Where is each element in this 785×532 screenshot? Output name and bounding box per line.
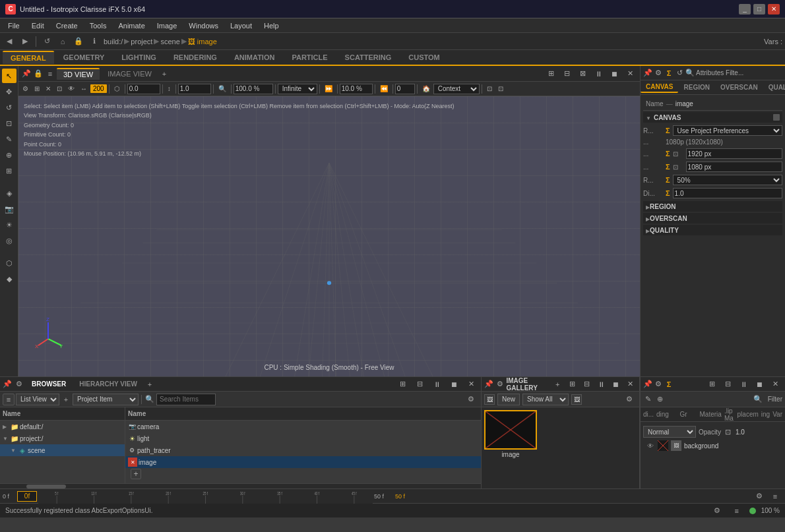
item-path-tracer[interactable]: ⚙ path_tracer [125, 444, 481, 456]
context-select[interactable]: Context [433, 84, 480, 94]
filter-type-dropdown[interactable]: Project Item [73, 394, 139, 405]
vc-snap[interactable]: ✕ [43, 84, 53, 93]
menu-image[interactable]: Image [152, 20, 183, 31]
rpb-edit[interactable]: ✎ [643, 395, 652, 404]
status-settings[interactable]: ⚙ [710, 504, 724, 518]
vc-grid[interactable]: ⊞ [32, 84, 42, 93]
tab-scattering[interactable]: SCATTERING [337, 51, 400, 63]
nav-back[interactable]: ◀ [3, 36, 16, 47]
panel-menu[interactable]: ≡ [45, 69, 55, 79]
vc-settings[interactable]: ⚙ [20, 84, 31, 93]
region-section[interactable]: REGION [643, 201, 782, 212]
scale-tool[interactable]: ⊡ [2, 116, 16, 131]
step-input[interactable] [340, 84, 373, 94]
view-pause[interactable]: ⏸ [591, 67, 606, 81]
menu-edit[interactable]: Edit [26, 20, 49, 31]
browser-pause[interactable]: ⏸ [429, 377, 444, 392]
item-light[interactable]: ☀ light [125, 432, 481, 444]
add-browser-tab[interactable]: + [145, 380, 154, 389]
node-tool[interactable]: ⬡ [2, 256, 16, 270]
measure-tool[interactable]: ⊞ [2, 163, 16, 178]
add-gallery-tab[interactable]: + [553, 380, 561, 389]
gallery-pin[interactable]: 📌 [484, 380, 493, 389]
menu-tools[interactable]: Tools [84, 20, 112, 31]
nav-refresh[interactable]: ↺ [40, 36, 53, 47]
add-item-btn[interactable]: + [125, 468, 481, 480]
browser-add[interactable]: + [61, 394, 71, 405]
browser-close[interactable]: ✕ [464, 377, 478, 392]
tab-general[interactable]: GENERAL [3, 51, 54, 64]
vc-angle-indicator[interactable]: 200 [90, 84, 107, 93]
maximize-button[interactable]: □ [753, 4, 765, 15]
browser-split[interactable]: ⊟ [412, 377, 427, 392]
height-input[interactable] [686, 162, 782, 172]
tree-item-default[interactable]: 📁 default:/ [0, 421, 125, 432]
browser-settings[interactable]: ⚙ [15, 380, 24, 389]
tab-image-view[interactable]: IMAGE VIEW [101, 69, 158, 79]
vc-eye[interactable]: 👁 [65, 84, 77, 93]
search-input[interactable] [156, 394, 216, 405]
menu-help[interactable]: Help [259, 20, 284, 31]
tab-animation[interactable]: ANIMATION [226, 51, 283, 63]
overscan-section[interactable]: OVERSCAN [643, 213, 782, 223]
nav-info[interactable]: ℹ [88, 36, 101, 47]
breadcrumb-build[interactable]: build:/ [104, 38, 123, 45]
ratio-dropdown[interactable]: 50% [673, 175, 782, 185]
rp-sigma[interactable]: Σ [664, 69, 674, 78]
light-tool[interactable]: ☀ [2, 218, 16, 232]
breadcrumb-scene[interactable]: scene [160, 38, 179, 45]
rpb-stop[interactable]: ⏹ [752, 377, 767, 392]
tab-browser[interactable]: BROWSER [26, 379, 71, 389]
close-button[interactable]: ✕ [768, 4, 780, 15]
gallery-new-button[interactable]: New [497, 394, 520, 405]
vc-lock[interactable]: ⊡ [54, 84, 65, 93]
tab-hierarchy-view[interactable]: HIERARCHY VIEW [74, 379, 142, 389]
browser-settings2[interactable]: ⚙ [464, 392, 478, 407]
tab-region[interactable]: REGION [678, 82, 714, 92]
browser-stop[interactable]: ⏹ [447, 377, 461, 392]
window-controls[interactable]: _ □ ✕ [739, 4, 780, 15]
layer-item-background[interactable]: 👁 🖼 background [643, 439, 782, 452]
minimize-button[interactable]: _ [739, 4, 751, 15]
paint-tool[interactable]: ✎ [2, 132, 16, 146]
vc-scale-icon[interactable]: ↕ [165, 84, 173, 93]
width-input[interactable] [686, 148, 782, 159]
browser-pin[interactable]: 📌 [3, 380, 12, 389]
gallery-pause[interactable]: ⏸ [596, 377, 608, 392]
tab-overscan[interactable]: OVERSCAN [715, 82, 763, 92]
snap-tool[interactable]: ⊕ [2, 148, 16, 162]
status-layers[interactable]: ≡ [730, 504, 744, 518]
rpb-grid[interactable]: ⊞ [705, 377, 719, 392]
gallery-split[interactable]: ⊟ [581, 377, 593, 392]
rp-refresh[interactable]: ↺ [675, 69, 684, 78]
vars-button[interactable]: Vars : [764, 38, 782, 45]
item-camera[interactable]: 📷 camera [125, 421, 481, 432]
vc-move[interactable]: ↔ [78, 84, 90, 93]
tab-lighting[interactable]: LIGHTING [113, 51, 164, 63]
menu-create[interactable]: Create [51, 20, 83, 31]
menu-animate[interactable]: Animate [113, 20, 150, 31]
tab-canvas[interactable]: CANVAS [641, 82, 678, 93]
vc-step-icon[interactable]: ⏩ [322, 84, 335, 93]
rpb-pause[interactable]: ⏸ [736, 377, 751, 392]
menu-windows[interactable]: Windows [183, 20, 224, 31]
tab-custom[interactable]: CUSTOM [400, 51, 447, 63]
nav-home[interactable]: ⌂ [56, 36, 69, 47]
dim-input[interactable] [673, 188, 782, 198]
gallery-display-btn[interactable]: 🖼 [571, 394, 582, 405]
val2-input[interactable] [395, 84, 415, 94]
rpb-settings[interactable]: ⚙ [654, 380, 663, 389]
tab-quality[interactable]: QUALITY [763, 82, 785, 92]
rp-settings[interactable]: ⚙ [654, 69, 663, 78]
view-mode-dropdown[interactable]: List View [16, 394, 59, 405]
rpb-filter-icon[interactable]: 🔍 [751, 392, 765, 407]
gallery-item-image[interactable]: image [484, 410, 537, 486]
rotate-tool[interactable]: ↺ [2, 100, 16, 115]
breadcrumb-image[interactable]: 🖼 image [188, 38, 217, 45]
timeline-settings[interactable]: ⚙ [752, 489, 767, 504]
vc-extra[interactable]: ⊡ [484, 84, 495, 93]
rp-search[interactable]: 🔍 [685, 69, 695, 78]
view-close[interactable]: ✕ [623, 67, 637, 81]
gallery-grid[interactable]: ⊞ [567, 377, 579, 392]
timeline-layers[interactable]: ≡ [768, 489, 782, 504]
